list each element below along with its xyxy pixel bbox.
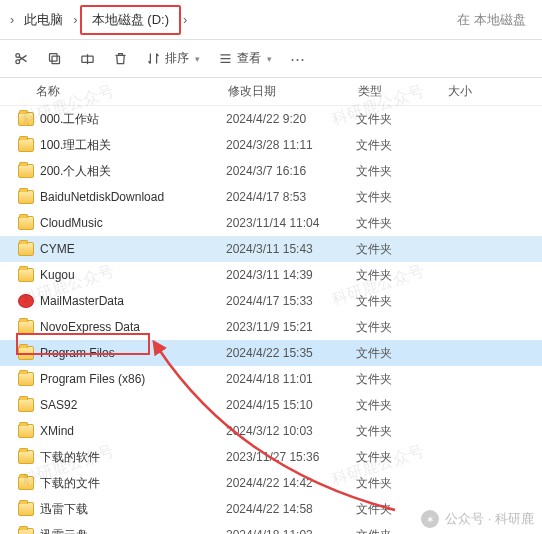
view-label: 查看	[237, 50, 261, 67]
search-placeholder[interactable]: 在 本地磁盘	[457, 11, 534, 29]
mail-icon	[18, 294, 34, 308]
table-row[interactable]: Program Files (x86)2024/4/18 11:01文件夹	[0, 366, 542, 392]
file-date: 2024/4/22 14:42	[226, 476, 356, 490]
folder-icon	[18, 372, 34, 386]
file-type: 文件夹	[356, 371, 446, 388]
file-name: MailMasterData	[40, 294, 226, 308]
file-type: 文件夹	[356, 163, 446, 180]
view-button[interactable]: 查看 ▾	[218, 50, 272, 67]
file-name: 下载的文件	[40, 475, 226, 492]
header-date[interactable]: 修改日期	[228, 83, 358, 100]
file-date: 2024/4/22 15:35	[226, 346, 356, 360]
breadcrumb[interactable]: › 此电脑 › 本地磁盘 (D:) › 在 本地磁盘	[0, 0, 542, 40]
file-type: 文件夹	[356, 267, 446, 284]
file-date: 2024/4/22 14:58	[226, 502, 356, 516]
folder-icon	[18, 398, 34, 412]
file-name: NovoExpress Data	[40, 320, 226, 334]
file-type: 文件夹	[356, 397, 446, 414]
sort-label: 排序	[165, 50, 189, 67]
copy-icon	[47, 51, 62, 66]
footer-text: 公众号 · 科研鹿	[445, 510, 534, 528]
cut-button[interactable]	[14, 51, 29, 66]
file-name: 100.理工相关	[40, 137, 226, 154]
file-name: XMind	[40, 424, 226, 438]
file-type: 文件夹	[356, 423, 446, 440]
file-name: BaiduNetdiskDownload	[40, 190, 226, 204]
table-row[interactable]: 200.个人相关2024/3/7 16:16文件夹	[0, 158, 542, 184]
chevron-right-icon: ›	[8, 12, 16, 27]
file-name: 迅雷下载	[40, 501, 226, 518]
folder-icon	[18, 268, 34, 282]
folder-icon	[18, 112, 34, 126]
header-type[interactable]: 类型	[358, 83, 448, 100]
file-date: 2024/4/18 11:01	[226, 372, 356, 386]
file-date: 2024/3/12 10:03	[226, 424, 356, 438]
folder-icon	[18, 424, 34, 438]
file-type: 文件夹	[356, 111, 446, 128]
file-list[interactable]: 000.工作站2024/4/22 9:20文件夹100.理工相关2024/3/2…	[0, 106, 542, 534]
file-name: 200.个人相关	[40, 163, 226, 180]
table-row[interactable]: Program Files2024/4/22 15:35文件夹	[0, 340, 542, 366]
delete-button[interactable]	[113, 51, 128, 66]
file-type: 文件夹	[356, 241, 446, 258]
table-row[interactable]: BaiduNetdiskDownload2024/4/17 8:53文件夹	[0, 184, 542, 210]
folder-icon	[18, 320, 34, 334]
file-type: 文件夹	[356, 293, 446, 310]
chevron-down-icon: ▾	[195, 54, 200, 64]
file-type: 文件夹	[356, 189, 446, 206]
file-name: CYME	[40, 242, 226, 256]
more-button[interactable]: ⋯	[290, 50, 305, 68]
file-date: 2024/4/15 15:10	[226, 398, 356, 412]
table-row[interactable]: XMind2024/3/12 10:03文件夹	[0, 418, 542, 444]
file-name: SAS92	[40, 398, 226, 412]
svg-rect-2	[52, 56, 60, 64]
table-row[interactable]: Kugou2024/3/11 14:39文件夹	[0, 262, 542, 288]
file-name: 迅雷云盘	[40, 527, 226, 535]
footer-badge: ✶ 公众号 · 科研鹿	[421, 510, 534, 528]
folder-icon	[18, 502, 34, 516]
file-name: Program Files	[40, 346, 226, 360]
header-size[interactable]: 大小	[448, 83, 542, 100]
sort-icon	[146, 51, 161, 66]
folder-icon	[18, 164, 34, 178]
header-name[interactable]: 名称	[36, 83, 228, 100]
trash-icon	[113, 51, 128, 66]
table-row[interactable]: 下载的软件2023/11/27 15:36文件夹	[0, 444, 542, 470]
file-type: 文件夹	[356, 345, 446, 362]
breadcrumb-root[interactable]: 此电脑	[16, 7, 71, 33]
toolbar: 排序 ▾ 查看 ▾ ⋯	[0, 40, 542, 78]
folder-icon	[18, 476, 34, 490]
folder-icon	[18, 346, 34, 360]
table-row[interactable]: SAS922024/4/15 15:10文件夹	[0, 392, 542, 418]
chevron-right-icon: ›	[71, 12, 79, 27]
folder-icon	[18, 528, 34, 534]
file-type: 文件夹	[356, 475, 446, 492]
file-name: Program Files (x86)	[40, 372, 226, 386]
svg-rect-3	[50, 54, 58, 62]
wechat-icon: ✶	[421, 510, 439, 528]
file-type: 文件夹	[356, 137, 446, 154]
table-row[interactable]: 100.理工相关2024/3/28 11:11文件夹	[0, 132, 542, 158]
table-row[interactable]: NovoExpress Data2023/11/9 15:21文件夹	[0, 314, 542, 340]
view-icon	[218, 51, 233, 66]
chevron-right-icon: ›	[181, 12, 189, 27]
folder-icon	[18, 138, 34, 152]
table-row[interactable]: 000.工作站2024/4/22 9:20文件夹	[0, 106, 542, 132]
file-type: 文件夹	[356, 449, 446, 466]
table-row[interactable]: CYME2024/3/11 15:43文件夹	[0, 236, 542, 262]
breadcrumb-drive[interactable]: 本地磁盘 (D:)	[80, 5, 181, 35]
table-row[interactable]: 下载的文件2024/4/22 14:42文件夹	[0, 470, 542, 496]
file-date: 2023/11/14 11:04	[226, 216, 356, 230]
sort-button[interactable]: 排序 ▾	[146, 50, 200, 67]
table-row[interactable]: MailMasterData2024/4/17 15:33文件夹	[0, 288, 542, 314]
folder-icon	[18, 450, 34, 464]
file-type: 文件夹	[356, 319, 446, 336]
file-date: 2024/3/7 16:16	[226, 164, 356, 178]
file-date: 2024/4/17 15:33	[226, 294, 356, 308]
file-name: CloudMusic	[40, 216, 226, 230]
file-date: 2024/4/18 11:03	[226, 528, 356, 534]
rename-button[interactable]	[80, 51, 95, 66]
table-row[interactable]: CloudMusic2023/11/14 11:04文件夹	[0, 210, 542, 236]
copy-button[interactable]	[47, 51, 62, 66]
file-type: 文件夹	[356, 215, 446, 232]
